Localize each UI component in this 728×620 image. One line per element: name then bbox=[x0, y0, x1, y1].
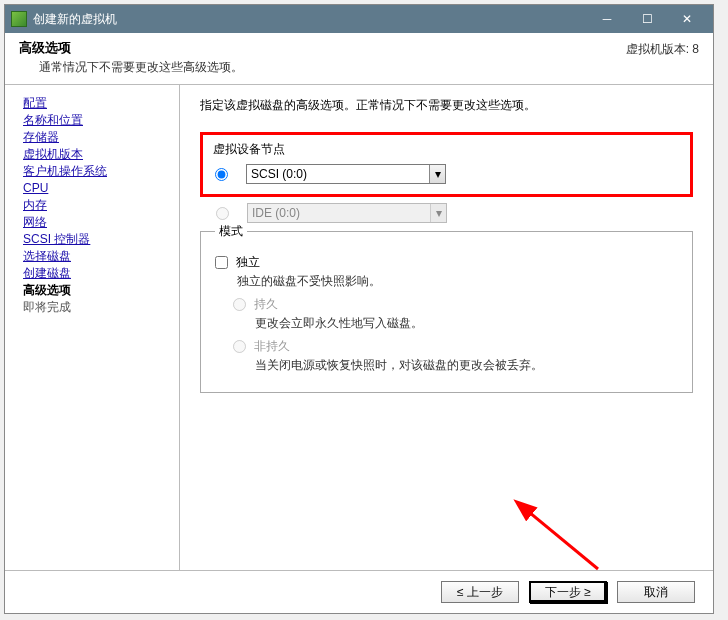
sidebar-item-vmversion[interactable]: 虚拟机版本 bbox=[15, 146, 175, 162]
app-icon bbox=[11, 11, 27, 27]
independent-checkbox[interactable] bbox=[215, 256, 228, 269]
sidebar-item-advanced: 高级选项 bbox=[15, 282, 175, 298]
sidebar-item-storage[interactable]: 存储器 bbox=[15, 129, 175, 145]
wizard-footer: ≤ 上一步 下一步 ≥ 取消 bbox=[5, 570, 713, 613]
independent-row: 独立 bbox=[215, 254, 678, 271]
scsi-dropdown[interactable]: SCSI (0:0) ▾ bbox=[246, 164, 446, 184]
page-subtitle: 通常情况下不需要更改这些高级选项。 bbox=[19, 59, 243, 76]
sidebar-item-selectdisk[interactable]: 选择磁盘 bbox=[15, 248, 175, 264]
scsi-radio[interactable] bbox=[215, 168, 228, 181]
mode-groupbox: 模式 独立 独立的磁盘不受快照影响。 持久 更改会立即永久性地写入磁盘。 非持久… bbox=[200, 223, 693, 393]
page-title: 高级选项 bbox=[19, 39, 243, 57]
wizard-header: 高级选项 通常情况下不需要更改这些高级选项。 虚拟机版本: 8 bbox=[5, 33, 713, 85]
wizard-content: 指定该虚拟磁盘的高级选项。正常情况下不需要更改这些选项。 虚拟设备节点 SCSI… bbox=[180, 85, 713, 570]
chevron-down-icon: ▾ bbox=[429, 165, 445, 183]
sidebar-item-network[interactable]: 网络 bbox=[15, 214, 175, 230]
nonpersistent-label: 非持久 bbox=[254, 338, 290, 355]
mode-legend: 模式 bbox=[215, 223, 247, 240]
device-node-legend: 虚拟设备节点 bbox=[209, 141, 680, 158]
device-node-scsi-row: SCSI (0:0) ▾ bbox=[215, 164, 680, 184]
window-controls: ─ ☐ ✕ bbox=[587, 5, 707, 33]
independent-desc: 独立的磁盘不受快照影响。 bbox=[237, 273, 678, 290]
sidebar-item-scsi[interactable]: SCSI 控制器 bbox=[15, 231, 175, 247]
sidebar-item-guestos[interactable]: 客户机操作系统 bbox=[15, 163, 175, 179]
independent-label: 独立 bbox=[236, 254, 260, 271]
sidebar-item-name[interactable]: 名称和位置 bbox=[15, 112, 175, 128]
close-button[interactable]: ✕ bbox=[667, 5, 707, 33]
back-button[interactable]: ≤ 上一步 bbox=[441, 581, 519, 603]
ide-dropdown: IDE (0:0) ▾ bbox=[247, 203, 447, 223]
maximize-button[interactable]: ☐ bbox=[627, 5, 667, 33]
ide-value: IDE (0:0) bbox=[252, 206, 300, 220]
persistent-label: 持久 bbox=[254, 296, 278, 313]
sidebar-item-config[interactable]: 配置 bbox=[15, 95, 175, 111]
persistent-desc: 更改会立即永久性地写入磁盘。 bbox=[255, 315, 678, 332]
window-title: 创建新的虚拟机 bbox=[33, 11, 587, 28]
scsi-value: SCSI (0:0) bbox=[251, 167, 307, 181]
chevron-down-icon: ▾ bbox=[430, 204, 446, 222]
persistent-row: 持久 bbox=[233, 296, 678, 313]
minimize-button[interactable]: ─ bbox=[587, 5, 627, 33]
wizard-steps-sidebar: 配置 名称和位置 存储器 虚拟机版本 客户机操作系统 CPU 内存 网络 SCS… bbox=[5, 85, 180, 570]
nonpersistent-radio bbox=[233, 340, 246, 353]
ide-radio bbox=[216, 207, 229, 220]
wizard-body: 配置 名称和位置 存储器 虚拟机版本 客户机操作系统 CPU 内存 网络 SCS… bbox=[5, 85, 713, 570]
nonpersistent-desc: 当关闭电源或恢复快照时，对该磁盘的更改会被丢弃。 bbox=[255, 357, 678, 374]
device-node-highlight: 虚拟设备节点 SCSI (0:0) ▾ bbox=[200, 132, 693, 197]
sidebar-item-cpu[interactable]: CPU bbox=[15, 180, 175, 196]
vm-version-label: 虚拟机版本: 8 bbox=[626, 41, 699, 58]
cancel-button[interactable]: 取消 bbox=[617, 581, 695, 603]
titlebar: 创建新的虚拟机 ─ ☐ ✕ bbox=[5, 5, 713, 33]
device-node-ide-row: IDE (0:0) ▾ bbox=[216, 203, 693, 223]
sidebar-item-memory[interactable]: 内存 bbox=[15, 197, 175, 213]
next-button[interactable]: 下一步 ≥ bbox=[529, 581, 607, 603]
nonpersistent-row: 非持久 bbox=[233, 338, 678, 355]
instruction-text: 指定该虚拟磁盘的高级选项。正常情况下不需要更改这些选项。 bbox=[200, 97, 693, 114]
sidebar-item-createdisk[interactable]: 创建磁盘 bbox=[15, 265, 175, 281]
wizard-window: 创建新的虚拟机 ─ ☐ ✕ 高级选项 通常情况下不需要更改这些高级选项。 虚拟机… bbox=[4, 4, 714, 614]
persistent-radio bbox=[233, 298, 246, 311]
sidebar-item-ready: 即将完成 bbox=[15, 299, 175, 315]
